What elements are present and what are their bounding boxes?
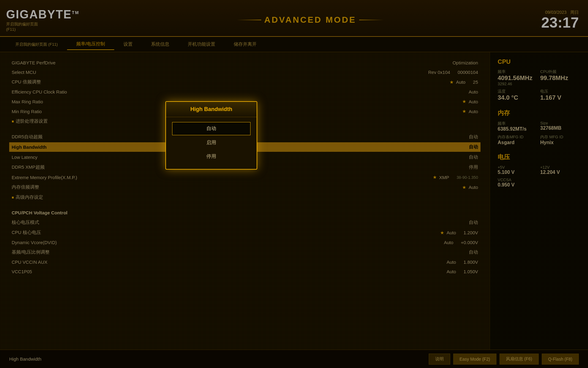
modal-title: High Bandwidth — [166, 102, 257, 117]
modal-option-auto[interactable]: 自动 — [172, 122, 251, 135]
modal-option-enable[interactable]: 启用 — [172, 136, 251, 149]
modal-option-disable[interactable]: 停用 — [172, 150, 251, 163]
modal-overlay[interactable]: High Bandwidth 自动 启用 停用 — [0, 0, 588, 368]
modal-dialog: High Bandwidth 自动 启用 停用 — [165, 101, 257, 170]
modal-body: 自动 启用 停用 — [166, 117, 257, 169]
